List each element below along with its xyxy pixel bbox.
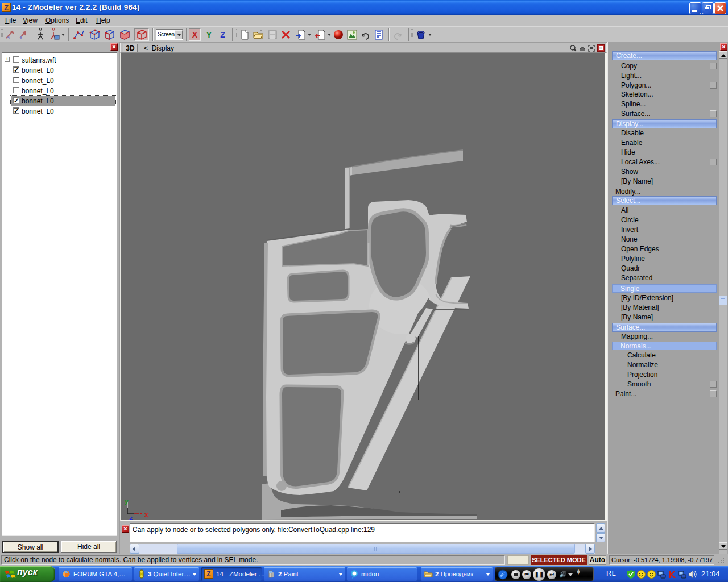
svg-text:z: z (129, 515, 133, 520)
svg-text:y: y (125, 498, 129, 505)
svg-text:x: x (144, 512, 148, 518)
